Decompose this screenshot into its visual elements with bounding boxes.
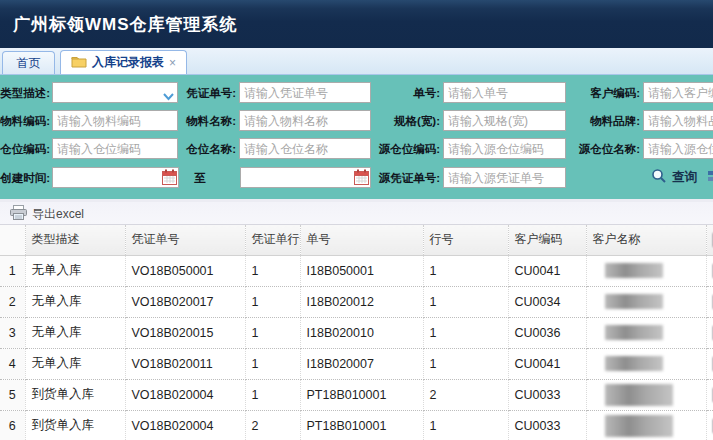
tab-home[interactable]: 首页 bbox=[2, 51, 55, 74]
cell-customer-name[interactable] bbox=[586, 348, 706, 379]
col-order-no[interactable]: 单号 bbox=[300, 225, 423, 255]
cell-customer-name[interactable] bbox=[586, 317, 706, 348]
cell-line-no[interactable]: 2 bbox=[423, 379, 508, 410]
row-number[interactable]: 6 bbox=[0, 410, 25, 440]
material-brand-input[interactable] bbox=[643, 110, 713, 131]
col-rownum bbox=[0, 225, 25, 255]
spec-width-input[interactable] bbox=[443, 110, 566, 131]
redacted-customer-name bbox=[605, 415, 673, 437]
cell-customer-code[interactable]: CU0041 bbox=[508, 255, 586, 286]
cell-order-no[interactable]: PT18B010001 bbox=[300, 410, 423, 440]
tab-close-icon[interactable]: × bbox=[169, 57, 176, 69]
tab-home-label: 首页 bbox=[17, 55, 41, 72]
created-time-from-input[interactable] bbox=[52, 167, 179, 188]
cell-line-no[interactable]: 1 bbox=[423, 286, 508, 317]
cell-type[interactable]: 无单入库 bbox=[25, 255, 125, 286]
row-number[interactable]: 4 bbox=[0, 348, 25, 379]
table-row[interactable]: 1 无单入库 VO18B050001 1 I18B050001 1 CU0041 bbox=[0, 255, 713, 286]
cell-customer-code[interactable]: CU0041 bbox=[508, 348, 586, 379]
redacted-customer-name bbox=[605, 325, 663, 340]
cell-line-no[interactable]: 1 bbox=[423, 410, 508, 440]
cell-voucher-line[interactable]: 2 bbox=[245, 410, 300, 440]
col-line-no[interactable]: 行号 bbox=[423, 225, 508, 255]
cell-line-no[interactable]: 1 bbox=[423, 317, 508, 348]
table-row[interactable]: 3 无单入库 VO18B020015 1 I18B020010 1 CU0036 bbox=[0, 317, 713, 348]
query-button[interactable]: 查询 bbox=[651, 167, 697, 188]
cell-type[interactable]: 无单入库 bbox=[25, 286, 125, 317]
row-number[interactable]: 5 bbox=[0, 379, 25, 410]
material-name-label: 物料名称: bbox=[180, 110, 236, 132]
row-number[interactable]: 3 bbox=[0, 317, 25, 348]
col-type[interactable]: 类型描述 bbox=[25, 225, 125, 255]
col-customer-code[interactable]: 客户编码 bbox=[508, 225, 586, 255]
cell-voucher-line[interactable]: 1 bbox=[245, 379, 300, 410]
cell-cutoff bbox=[706, 255, 713, 286]
cell-order-no[interactable]: I18B050001 bbox=[300, 255, 423, 286]
voucher-no-label: 凭证单号: bbox=[180, 82, 236, 104]
bin-name-label: 仓位名称: bbox=[180, 138, 236, 160]
export-excel-button[interactable]: 导出excel bbox=[6, 205, 88, 223]
col-customer-name[interactable]: 客户名称 bbox=[586, 225, 706, 255]
cell-cutoff bbox=[706, 348, 713, 379]
cell-voucher-line[interactable]: 1 bbox=[245, 286, 300, 317]
bin-name-input[interactable] bbox=[239, 138, 371, 159]
col-voucher-line[interactable]: 凭证单行号 bbox=[245, 225, 300, 255]
cell-voucher-no[interactable]: VO18B020017 bbox=[125, 286, 245, 317]
bin-code-input[interactable] bbox=[52, 138, 178, 159]
type-desc-label: 类型描述: bbox=[0, 82, 50, 104]
table-row[interactable]: 2 无单入库 VO18B020017 1 I18B020012 1 CU0034 bbox=[0, 286, 713, 317]
tab-inbound-report[interactable]: 入库记录报表 × bbox=[60, 50, 187, 74]
source-bin-name-input[interactable] bbox=[643, 138, 713, 159]
cell-customer-code[interactable]: CU0036 bbox=[508, 317, 586, 348]
cell-order-no[interactable]: I18B020010 bbox=[300, 317, 423, 348]
cell-voucher-no[interactable]: VO18B020011 bbox=[125, 348, 245, 379]
cell-type[interactable]: 到货单入库 bbox=[25, 410, 125, 440]
voucher-no-input[interactable] bbox=[239, 82, 371, 103]
cell-voucher-no[interactable]: VO18B050001 bbox=[125, 255, 245, 286]
created-time-to-input[interactable] bbox=[240, 167, 371, 188]
material-name-input[interactable] bbox=[239, 110, 371, 131]
table-row[interactable]: 5 到货单入库 VO18B020004 1 PT18B010001 2 CU00… bbox=[0, 379, 713, 410]
cell-customer-name[interactable] bbox=[586, 255, 706, 286]
redacted-customer-name bbox=[605, 356, 663, 371]
col-voucher-no[interactable]: 凭证单号 bbox=[125, 225, 245, 255]
cell-voucher-line[interactable]: 1 bbox=[245, 317, 300, 348]
calendar-icon[interactable] bbox=[162, 169, 177, 189]
cell-customer-name[interactable] bbox=[586, 379, 706, 410]
cell-customer-name[interactable] bbox=[586, 286, 706, 317]
clear-icon[interactable] bbox=[706, 168, 713, 186]
cell-type[interactable]: 到货单入库 bbox=[25, 379, 125, 410]
row-number[interactable]: 2 bbox=[0, 286, 25, 317]
printer-icon bbox=[10, 205, 27, 223]
cell-voucher-no[interactable]: VO18B020004 bbox=[125, 379, 245, 410]
cell-voucher-line[interactable]: 1 bbox=[245, 348, 300, 379]
cell-customer-code[interactable]: CU0033 bbox=[508, 410, 586, 440]
chevron-down-icon[interactable] bbox=[163, 87, 174, 105]
material-code-input[interactable] bbox=[52, 110, 178, 131]
customer-code-input[interactable] bbox=[643, 82, 713, 103]
cell-voucher-line[interactable]: 1 bbox=[245, 255, 300, 286]
cell-customer-code[interactable]: CU0034 bbox=[508, 286, 586, 317]
type-desc-select[interactable] bbox=[52, 82, 178, 103]
date-to-label: 至 bbox=[185, 167, 215, 189]
row-number[interactable]: 1 bbox=[0, 255, 25, 286]
cell-order-no[interactable]: I18B020007 bbox=[300, 348, 423, 379]
cell-voucher-no[interactable]: VO18B020004 bbox=[125, 410, 245, 440]
table-row[interactable]: 6 到货单入库 VO18B020004 2 PT18B010001 1 CU00… bbox=[0, 410, 713, 440]
order-no-input[interactable] bbox=[443, 82, 566, 103]
material-brand-label: 物料品牌: bbox=[568, 110, 640, 132]
cell-customer-name[interactable] bbox=[586, 410, 706, 440]
cell-order-no[interactable]: PT18B010001 bbox=[300, 379, 423, 410]
cell-type[interactable]: 无单入库 bbox=[25, 317, 125, 348]
cell-customer-code[interactable]: CU0033 bbox=[508, 379, 586, 410]
cell-line-no[interactable]: 1 bbox=[423, 348, 508, 379]
source-bin-code-input[interactable] bbox=[443, 138, 566, 159]
table-row[interactable]: 4 无单入库 VO18B020011 1 I18B020007 1 CU0041 bbox=[0, 348, 713, 379]
material-code-label: 物料编码: bbox=[0, 110, 50, 132]
search-icon bbox=[651, 168, 667, 187]
cell-voucher-no[interactable]: VO18B020015 bbox=[125, 317, 245, 348]
cell-type[interactable]: 无单入库 bbox=[25, 348, 125, 379]
cell-line-no[interactable]: 1 bbox=[423, 255, 508, 286]
cell-order-no[interactable]: I18B020012 bbox=[300, 286, 423, 317]
source-voucher-input[interactable] bbox=[443, 167, 566, 188]
